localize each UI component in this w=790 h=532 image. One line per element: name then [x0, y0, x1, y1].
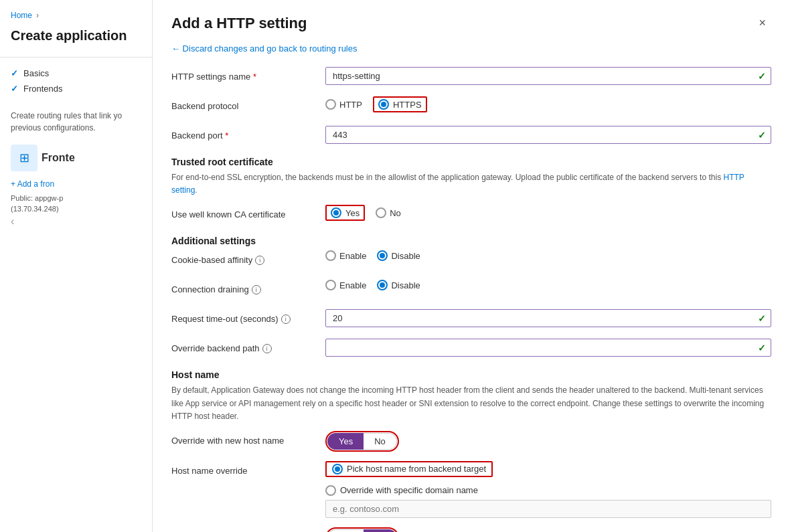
backend-protocol-label: Backend protocol: [171, 96, 325, 112]
http-settings-name-input-wrapper: ✓: [325, 67, 771, 85]
breadcrumb[interactable]: Home ›: [0, 11, 152, 28]
override-backend-path-control: ✓: [325, 339, 771, 357]
override-toggle-wrapper: Yes No: [325, 431, 399, 452]
create-custom-probes-control: Yes No: [325, 527, 771, 532]
create-custom-probes-label: Create custom probes: [171, 527, 325, 532]
draining-enable-label: Enable: [339, 280, 366, 290]
override-backend-path-row: Override backend path i ✓: [171, 339, 771, 359]
backend-port-row: Backend port * ✓: [171, 126, 771, 146]
override-no-button[interactable]: No: [364, 433, 397, 450]
cookie-affinity-row: Cookie-based affinity i Enable Disable: [171, 250, 771, 270]
breadcrumb-chevron: ›: [36, 11, 39, 20]
basics-check-icon: ✓: [11, 68, 18, 78]
step-frontends[interactable]: ✓ Frontends: [11, 84, 141, 94]
request-timeout-input-wrapper: ✓: [325, 309, 771, 327]
ca-no-radio[interactable]: [376, 207, 386, 218]
add-frontend-link[interactable]: + Add a fron: [11, 177, 141, 191]
port-check-icon: ✓: [758, 130, 766, 141]
connection-draining-info-icon[interactable]: i: [252, 285, 261, 294]
protocol-https-label: HTTPS: [393, 100, 422, 110]
backend-protocol-radio-group: HTTP HTTPS: [325, 96, 771, 112]
frontends-label: Frontends: [23, 84, 63, 94]
well-known-ca-label: Use well known CA certificate: [171, 205, 325, 221]
sidebar: Home › Create application ✓ Basics ✓ Fro…: [0, 0, 153, 532]
well-known-ca-row: Use well known CA certificate Yes No: [171, 205, 771, 225]
cookie-affinity-info-icon[interactable]: i: [255, 256, 264, 265]
host-name-controls: Yes No: [325, 431, 771, 452]
override-backend-path-label: Override backend path i: [171, 339, 325, 355]
draining-disable-item[interactable]: Disable: [377, 280, 420, 290]
connection-draining-radio-group: Enable Disable: [325, 280, 771, 290]
protocol-http-item[interactable]: HTTP: [325, 99, 362, 110]
draining-enable-radio[interactable]: [325, 280, 336, 290]
backend-port-label: Backend port *: [171, 126, 325, 142]
name-check-icon: ✓: [758, 71, 766, 82]
ca-no-label: No: [390, 208, 401, 218]
override-path-input-wrapper: ✓: [325, 339, 771, 357]
protocol-http-radio[interactable]: [325, 99, 336, 110]
basics-label: Basics: [23, 68, 49, 78]
override-path-info-icon[interactable]: i: [262, 344, 272, 353]
close-button[interactable]: ×: [753, 13, 771, 33]
request-timeout-input[interactable]: [325, 309, 771, 327]
http-settings-name-control: ✓: [325, 67, 771, 85]
domain-name-input[interactable]: [325, 500, 771, 518]
frontends-check-icon: ✓: [11, 84, 18, 94]
cookie-enable-radio[interactable]: [325, 250, 336, 261]
protocol-https-radio[interactable]: [378, 99, 389, 110]
probes-no-button[interactable]: No: [364, 529, 397, 532]
request-timeout-label: Request time-out (seconds) i: [171, 309, 325, 325]
connection-draining-control: Enable Disable: [325, 280, 771, 290]
fronted-header: ⊞ Fronte: [11, 145, 141, 171]
override-backend-path-input[interactable]: [325, 339, 771, 357]
probes-yes-button[interactable]: Yes: [327, 529, 364, 532]
back-link[interactable]: ← Discard changes and go back to routing…: [171, 43, 771, 54]
dialog-title: Add a HTTP setting: [171, 15, 307, 32]
host-name-header: Host name: [171, 369, 771, 380]
draining-enable-item[interactable]: Enable: [325, 280, 366, 290]
home-link[interactable]: Home: [11, 11, 32, 20]
backend-port-control: ✓: [325, 126, 771, 144]
http-setting-link[interactable]: HTTP setting: [171, 173, 744, 195]
connection-draining-row: Connection draining i Enable Disable: [171, 280, 771, 300]
cookie-disable-radio[interactable]: [377, 250, 388, 261]
cookie-disable-label: Disable: [391, 251, 420, 261]
scroll-left-icon[interactable]: ‹: [11, 213, 14, 230]
steps-list: ✓ Basics ✓ Frontends: [11, 68, 141, 94]
cookie-affinity-label: Cookie-based affinity i: [171, 250, 325, 266]
request-timeout-control: ✓: [325, 309, 771, 327]
protocol-https-item[interactable]: HTTPS: [373, 96, 427, 112]
fronted-icon: ⊞: [11, 145, 37, 171]
override-yes-button[interactable]: Yes: [327, 433, 364, 450]
pick-host-radio[interactable]: [332, 464, 343, 474]
host-name-override-row: Host name override Pick host name from b…: [171, 461, 771, 518]
step-basics[interactable]: ✓ Basics: [11, 68, 141, 78]
cookie-disable-item[interactable]: Disable: [377, 250, 420, 261]
draining-disable-radio[interactable]: [377, 280, 388, 290]
request-timeout-row: Request time-out (seconds) i ✓: [171, 309, 771, 329]
override-path-check-icon: ✓: [758, 343, 766, 353]
ca-yes-radio[interactable]: [331, 207, 341, 218]
additional-settings-header: Additional settings: [171, 236, 771, 246]
cookie-enable-item[interactable]: Enable: [325, 250, 366, 261]
override-domain-radio-row[interactable]: Override with specific domain name: [325, 485, 771, 496]
fronted-section: ⊞ Fronte + Add a fron Public: appgw-p (1…: [0, 139, 152, 236]
backend-protocol-control: HTTP HTTPS: [325, 96, 771, 112]
ca-no-item[interactable]: No: [376, 207, 401, 218]
host-name-override-label: Host name override: [171, 461, 325, 477]
pick-host-label: Pick host name from backend target: [347, 464, 486, 474]
ca-yes-item[interactable]: Yes: [325, 205, 365, 221]
backend-port-input[interactable]: [325, 126, 771, 144]
pick-host-radio-box[interactable]: Pick host name from backend target: [325, 461, 493, 477]
well-known-ca-control: Yes No: [325, 205, 771, 221]
required-marker: *: [253, 72, 256, 82]
cookie-affinity-control: Enable Disable: [325, 250, 771, 261]
override-domain-radio[interactable]: [325, 485, 336, 496]
http-settings-name-input[interactable]: [325, 67, 771, 85]
fronted-title: Fronte: [42, 152, 75, 164]
dialog-panel: Add a HTTP setting × ← Discard changes a…: [153, 0, 790, 532]
http-settings-name-label: HTTP settings name *: [171, 67, 325, 83]
step-description: Create routing rules that link yo previo…: [0, 104, 152, 139]
override-domain-label: Override with specific domain name: [340, 485, 478, 495]
request-timeout-info-icon[interactable]: i: [281, 315, 291, 324]
